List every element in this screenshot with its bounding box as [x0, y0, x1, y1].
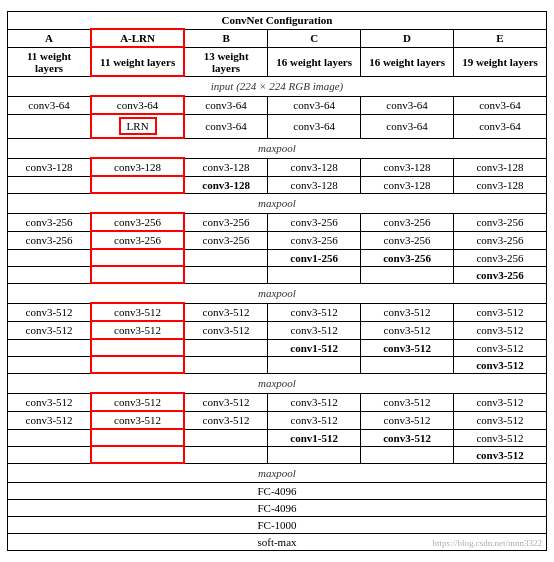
maxpool-label-4: maxpool	[8, 373, 547, 393]
cell-alrn-s4r1: conv3-512	[91, 303, 184, 321]
col-b-subheader: 13 weight layers	[184, 47, 268, 76]
cell-c-s2r1: conv3-128	[268, 158, 361, 176]
footer-softmax-label: soft-max https://blog.csdn.net/mnn3322	[8, 534, 547, 551]
table-row: conv1-512 conv3-512 conv3-512	[8, 429, 547, 446]
subheader-row: 11 weight layers 11 weight layers 13 wei…	[8, 47, 547, 76]
col-c-subheader: 16 weight layers	[268, 47, 361, 76]
cell-b-s2r2: conv3-128	[184, 176, 268, 193]
cell-e-s5r2: conv3-512	[454, 411, 547, 429]
cell-b-s3r4	[184, 266, 268, 283]
table-row: conv3-128 conv3-128 conv3-128 conv3-128 …	[8, 158, 547, 176]
cell-d-s4r3: conv3-512	[361, 339, 454, 356]
cell-c-s4r4	[268, 356, 361, 373]
maxpool-label-2: maxpool	[8, 193, 547, 213]
table-row: conv3-256	[8, 266, 547, 283]
cell-a-s4r4	[8, 356, 92, 373]
cell-d-s5r2: conv3-512	[361, 411, 454, 429]
footer-fc4096-1: FC-4096	[8, 483, 547, 500]
cell-c-s4r1: conv3-512	[268, 303, 361, 321]
footer-fc4096-2-label: FC-4096	[8, 500, 547, 517]
cell-e-s4r2: conv3-512	[454, 321, 547, 339]
footer-fc4096-2: FC-4096	[8, 500, 547, 517]
cell-a-s5r3	[8, 429, 92, 446]
cell-c-s2r2: conv3-128	[268, 176, 361, 193]
cell-a-s2r1: conv3-128	[8, 158, 92, 176]
cell-e-s3r2: conv3-256	[454, 231, 547, 249]
table-row: LRN conv3-64 conv3-64 conv3-64 conv3-64	[8, 114, 547, 138]
cell-b-s1r2: conv3-64	[184, 114, 268, 138]
convnet-config-table: ConvNet Configuration A A-LRN B C D E 11…	[7, 11, 547, 551]
table-row: conv3-512 conv3-512 conv3-512 conv3-512 …	[8, 411, 547, 429]
cell-b-s5r3	[184, 429, 268, 446]
col-b-label: B	[222, 32, 229, 44]
col-d-label: D	[403, 32, 411, 44]
cell-alrn-s5r1: conv3-512	[91, 393, 184, 411]
cell-b-s3r2: conv3-256	[184, 231, 268, 249]
cell-a-s4r3	[8, 339, 92, 356]
table-row: conv3-256 conv3-256 conv3-256 conv3-256 …	[8, 231, 547, 249]
cell-d-s5r4	[361, 446, 454, 463]
cell-alrn-s4r2: conv3-512	[91, 321, 184, 339]
table-title: ConvNet Configuration	[8, 12, 547, 30]
cell-e-s1r2: conv3-64	[454, 114, 547, 138]
cell-c-s5r3: conv1-512	[268, 429, 361, 446]
col-a-label: A	[45, 32, 53, 44]
col-c-label: C	[310, 32, 318, 44]
maxpool-separator-3: maxpool	[8, 283, 547, 303]
col-alrn-header: A-LRN	[91, 29, 184, 47]
cell-a-s1r1: conv3-64	[8, 96, 92, 114]
cell-alrn-s5r2: conv3-512	[91, 411, 184, 429]
cell-alrn-s4r4	[91, 356, 184, 373]
table-row: conv3-128 conv3-128 conv3-128 conv3-128	[8, 176, 547, 193]
table-row: conv3-512	[8, 356, 547, 373]
maxpool-separator-2: maxpool	[8, 193, 547, 213]
cell-alrn-s4r3	[91, 339, 184, 356]
col-alrn-label: A-LRN	[120, 32, 155, 44]
cell-c-s3r3: conv1-256	[268, 249, 361, 266]
col-d-subheader: 16 weight layers	[361, 47, 454, 76]
cell-e-s4r1: conv3-512	[454, 303, 547, 321]
cell-a-s1r2	[8, 114, 92, 138]
cell-a-s4r1: conv3-512	[8, 303, 92, 321]
cell-alrn-s3r4	[91, 266, 184, 283]
maxpool-separator-1: maxpool	[8, 138, 547, 158]
table-row: conv1-256 conv3-256 conv3-256	[8, 249, 547, 266]
table-row: conv3-512 conv3-512 conv3-512 conv3-512 …	[8, 303, 547, 321]
cell-alrn-s2r2	[91, 176, 184, 193]
cell-b-s5r2: conv3-512	[184, 411, 268, 429]
cell-a-s5r2: conv3-512	[8, 411, 92, 429]
maxpool-label-3: maxpool	[8, 283, 547, 303]
table-row: conv3-64 conv3-64 conv3-64 conv3-64 conv…	[8, 96, 547, 114]
col-e-label: E	[496, 32, 503, 44]
cell-b-s4r1: conv3-512	[184, 303, 268, 321]
footer-fc1000: FC-1000	[8, 517, 547, 534]
cell-d-s2r1: conv3-128	[361, 158, 454, 176]
footer-fc4096-1-label: FC-4096	[8, 483, 547, 500]
col-e-sub-label: 19 weight layers	[462, 56, 538, 68]
col-d-header: D	[361, 29, 454, 47]
cell-alrn-s3r2: conv3-256	[91, 231, 184, 249]
cell-b-s4r2: conv3-512	[184, 321, 268, 339]
cell-d-s3r2: conv3-256	[361, 231, 454, 249]
cell-e-s5r3: conv3-512	[454, 429, 547, 446]
cell-a-s5r1: conv3-512	[8, 393, 92, 411]
cell-e-s2r2: conv3-128	[454, 176, 547, 193]
cell-d-s5r3: conv3-512	[361, 429, 454, 446]
cell-b-s5r4	[184, 446, 268, 463]
col-e-header: E	[454, 29, 547, 47]
cell-d-s2r2: conv3-128	[361, 176, 454, 193]
table-row: conv3-512	[8, 446, 547, 463]
cell-e-s2r1: conv3-128	[454, 158, 547, 176]
cell-d-s1r2: conv3-64	[361, 114, 454, 138]
column-headers: A A-LRN B C D E	[8, 29, 547, 47]
cell-d-s4r1: conv3-512	[361, 303, 454, 321]
cell-e-s5r4: conv3-512	[454, 446, 547, 463]
cell-d-s4r4	[361, 356, 454, 373]
cell-b-s4r3	[184, 339, 268, 356]
footer-maxpool: maxpool	[8, 463, 547, 483]
cell-d-s3r1: conv3-256	[361, 213, 454, 231]
cell-alrn-s3r3	[91, 249, 184, 266]
cell-a-s3r2: conv3-256	[8, 231, 92, 249]
maxpool-label-1: maxpool	[8, 138, 547, 158]
cell-alrn-s1r1: conv3-64	[91, 96, 184, 114]
